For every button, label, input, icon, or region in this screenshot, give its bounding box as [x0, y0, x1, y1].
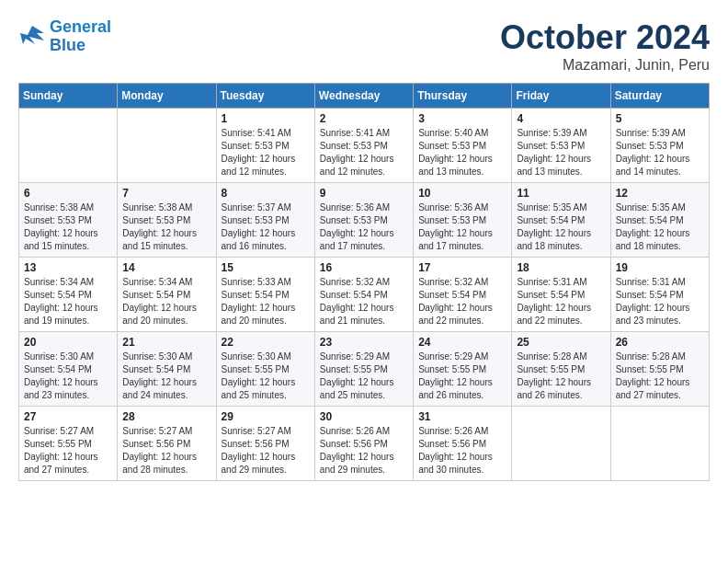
calendar-table: SundayMondayTuesdayWednesdayThursdayFrid…: [18, 83, 710, 481]
day-info: Sunrise: 5:37 AM Sunset: 5:53 PM Dayligh…: [222, 201, 310, 253]
day-info: Sunrise: 5:32 AM Sunset: 5:54 PM Dayligh…: [418, 276, 506, 327]
day-number: 5: [616, 112, 704, 125]
day-cell: 5Sunrise: 5:39 AM Sunset: 5:53 PM Daylig…: [610, 109, 709, 183]
day-info: Sunrise: 5:29 AM Sunset: 5:55 PM Dayligh…: [320, 350, 408, 402]
day-cell: [610, 407, 709, 481]
logo-text: General Blue: [50, 18, 111, 55]
day-number: 13: [24, 261, 112, 274]
day-cell: 7Sunrise: 5:38 AM Sunset: 5:53 PM Daylig…: [118, 183, 216, 258]
day-cell: 27Sunrise: 5:27 AM Sunset: 5:55 PM Dayli…: [19, 407, 118, 481]
logo: General Blue: [18, 18, 111, 55]
day-number: 14: [122, 261, 210, 274]
day-number: 8: [222, 187, 310, 200]
svg-marker-0: [20, 26, 44, 44]
day-info: Sunrise: 5:30 AM Sunset: 5:54 PM Dayligh…: [122, 350, 210, 402]
day-number: 10: [418, 187, 506, 200]
day-info: Sunrise: 5:27 AM Sunset: 5:56 PM Dayligh…: [222, 425, 310, 477]
day-info: Sunrise: 5:35 AM Sunset: 5:54 PM Dayligh…: [517, 201, 605, 253]
day-number: 27: [24, 410, 112, 423]
day-cell: 15Sunrise: 5:33 AM Sunset: 5:54 PM Dayli…: [216, 258, 314, 332]
day-info: Sunrise: 5:32 AM Sunset: 5:54 PM Dayligh…: [320, 276, 408, 327]
day-cell: 25Sunrise: 5:28 AM Sunset: 5:55 PM Dayli…: [512, 332, 610, 407]
day-number: 22: [222, 336, 310, 349]
day-cell: 16Sunrise: 5:32 AM Sunset: 5:54 PM Dayli…: [314, 258, 413, 332]
day-number: 7: [122, 187, 210, 200]
day-cell: 26Sunrise: 5:28 AM Sunset: 5:55 PM Dayli…: [610, 332, 709, 407]
day-number: 21: [122, 336, 210, 349]
day-info: Sunrise: 5:41 AM Sunset: 5:53 PM Dayligh…: [320, 127, 408, 178]
day-info: Sunrise: 5:40 AM Sunset: 5:53 PM Dayligh…: [418, 127, 506, 178]
day-cell: 9Sunrise: 5:36 AM Sunset: 5:53 PM Daylig…: [314, 183, 413, 258]
week-row-3: 13Sunrise: 5:34 AM Sunset: 5:54 PM Dayli…: [19, 258, 710, 332]
day-info: Sunrise: 5:26 AM Sunset: 5:56 PM Dayligh…: [418, 425, 506, 477]
weekday-header-monday: Monday: [118, 84, 216, 109]
day-info: Sunrise: 5:33 AM Sunset: 5:54 PM Dayligh…: [222, 276, 310, 327]
day-cell: 17Sunrise: 5:32 AM Sunset: 5:54 PM Dayli…: [414, 258, 512, 332]
day-number: 24: [418, 336, 506, 349]
day-info: Sunrise: 5:38 AM Sunset: 5:53 PM Dayligh…: [122, 201, 210, 253]
weekday-header-wednesday: Wednesday: [314, 84, 413, 109]
day-number: 12: [616, 187, 704, 200]
title-area: October 2024 Mazamari, Junin, Peru: [500, 18, 710, 74]
day-number: 20: [24, 336, 112, 349]
week-row-5: 27Sunrise: 5:27 AM Sunset: 5:55 PM Dayli…: [19, 407, 710, 481]
day-info: Sunrise: 5:30 AM Sunset: 5:54 PM Dayligh…: [24, 350, 112, 402]
day-cell: 23Sunrise: 5:29 AM Sunset: 5:55 PM Dayli…: [314, 332, 413, 407]
weekday-header-thursday: Thursday: [414, 84, 512, 109]
day-number: 16: [320, 261, 408, 274]
weekday-header-saturday: Saturday: [610, 84, 709, 109]
day-cell: 28Sunrise: 5:27 AM Sunset: 5:56 PM Dayli…: [118, 407, 216, 481]
day-number: 15: [222, 261, 310, 274]
day-info: Sunrise: 5:34 AM Sunset: 5:54 PM Dayligh…: [24, 276, 112, 327]
day-info: Sunrise: 5:28 AM Sunset: 5:55 PM Dayligh…: [616, 350, 704, 402]
day-number: 9: [320, 187, 408, 200]
day-cell: 22Sunrise: 5:30 AM Sunset: 5:55 PM Dayli…: [216, 332, 314, 407]
day-info: Sunrise: 5:30 AM Sunset: 5:55 PM Dayligh…: [222, 350, 310, 402]
day-number: 29: [222, 410, 310, 423]
day-cell: 1Sunrise: 5:41 AM Sunset: 5:53 PM Daylig…: [216, 109, 314, 183]
day-number: 30: [320, 410, 408, 423]
day-info: Sunrise: 5:31 AM Sunset: 5:54 PM Dayligh…: [616, 276, 704, 327]
day-cell: 30Sunrise: 5:26 AM Sunset: 5:56 PM Dayli…: [314, 407, 413, 481]
day-info: Sunrise: 5:36 AM Sunset: 5:53 PM Dayligh…: [418, 201, 506, 253]
day-cell: [118, 109, 216, 183]
week-row-2: 6Sunrise: 5:38 AM Sunset: 5:53 PM Daylig…: [19, 183, 710, 258]
day-info: Sunrise: 5:36 AM Sunset: 5:53 PM Dayligh…: [320, 201, 408, 253]
day-cell: 14Sunrise: 5:34 AM Sunset: 5:54 PM Dayli…: [118, 258, 216, 332]
day-info: Sunrise: 5:28 AM Sunset: 5:55 PM Dayligh…: [517, 350, 605, 402]
day-info: Sunrise: 5:39 AM Sunset: 5:53 PM Dayligh…: [616, 127, 704, 178]
month-title: October 2024: [500, 18, 710, 57]
day-cell: 8Sunrise: 5:37 AM Sunset: 5:53 PM Daylig…: [216, 183, 314, 258]
week-row-4: 20Sunrise: 5:30 AM Sunset: 5:54 PM Dayli…: [19, 332, 710, 407]
day-number: 2: [320, 112, 408, 125]
day-cell: 4Sunrise: 5:39 AM Sunset: 5:53 PM Daylig…: [512, 109, 610, 183]
day-info: Sunrise: 5:27 AM Sunset: 5:55 PM Dayligh…: [24, 425, 112, 477]
day-number: 19: [616, 261, 704, 274]
day-cell: 3Sunrise: 5:40 AM Sunset: 5:53 PM Daylig…: [414, 109, 512, 183]
weekday-header-sunday: Sunday: [19, 84, 118, 109]
day-info: Sunrise: 5:34 AM Sunset: 5:54 PM Dayligh…: [122, 276, 210, 327]
day-info: Sunrise: 5:31 AM Sunset: 5:54 PM Dayligh…: [517, 276, 605, 327]
day-info: Sunrise: 5:38 AM Sunset: 5:53 PM Dayligh…: [24, 201, 112, 253]
logo-bird-icon: [18, 24, 46, 50]
day-cell: 10Sunrise: 5:36 AM Sunset: 5:53 PM Dayli…: [414, 183, 512, 258]
day-cell: 29Sunrise: 5:27 AM Sunset: 5:56 PM Dayli…: [216, 407, 314, 481]
day-cell: 11Sunrise: 5:35 AM Sunset: 5:54 PM Dayli…: [512, 183, 610, 258]
page-header: General Blue October 2024 Mazamari, Juni…: [18, 18, 710, 74]
day-number: 25: [517, 336, 605, 349]
day-cell: [512, 407, 610, 481]
day-number: 4: [517, 112, 605, 125]
day-cell: 20Sunrise: 5:30 AM Sunset: 5:54 PM Dayli…: [19, 332, 118, 407]
day-cell: 6Sunrise: 5:38 AM Sunset: 5:53 PM Daylig…: [19, 183, 118, 258]
day-info: Sunrise: 5:35 AM Sunset: 5:54 PM Dayligh…: [616, 201, 704, 253]
weekday-header-row: SundayMondayTuesdayWednesdayThursdayFrid…: [19, 84, 710, 109]
day-number: 3: [418, 112, 506, 125]
day-number: 28: [122, 410, 210, 423]
day-number: 31: [418, 410, 506, 423]
day-number: 23: [320, 336, 408, 349]
day-number: 6: [24, 187, 112, 200]
day-number: 26: [616, 336, 704, 349]
day-cell: 18Sunrise: 5:31 AM Sunset: 5:54 PM Dayli…: [512, 258, 610, 332]
day-cell: [19, 109, 118, 183]
day-number: 17: [418, 261, 506, 274]
